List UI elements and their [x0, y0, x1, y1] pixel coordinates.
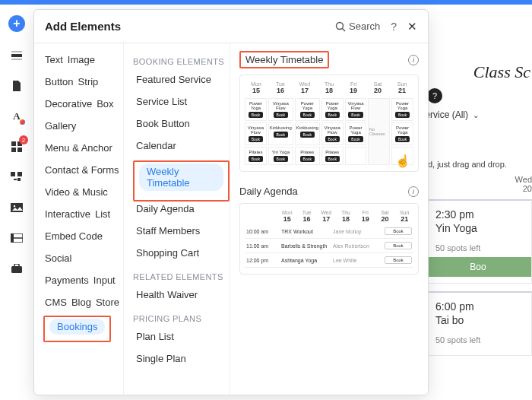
layout-tool-icon[interactable]	[10, 170, 24, 184]
book-button[interactable]: Boo	[425, 257, 531, 277]
agenda-book-button[interactable]: Book	[385, 256, 412, 264]
info-icon[interactable]: i	[408, 55, 419, 65]
element-item[interactable]: Single Plan	[133, 351, 230, 366]
category-item[interactable]: Blog	[70, 294, 94, 311]
category-item[interactable]: Menu & Anchor	[43, 139, 116, 157]
weekly-timetable-preview[interactable]: MonTueWedThuFriSatSun 15161718192021 Pow…	[239, 75, 419, 172]
daily-agenda-preview[interactable]: Mon15Tue16Wed17Thu18Fri19Sat20Sun21 10:0…	[239, 203, 419, 275]
close-icon[interactable]: ✕	[407, 20, 417, 33]
book-mini-button[interactable]: Book	[300, 156, 315, 162]
book-mini-button[interactable]: Book	[300, 132, 315, 138]
add-button[interactable]: +	[8, 15, 25, 32]
category-item[interactable]: Contact & Forms	[43, 161, 122, 179]
element-item[interactable]: Book Button	[133, 116, 230, 131]
class-slot[interactable]: 6:00 pm Tai bo 50 spots left	[424, 291, 532, 356]
help-icon[interactable]: ?	[427, 88, 442, 103]
timetable-cell[interactable]: KickboxingBook	[268, 122, 293, 145]
data-icon[interactable]	[10, 231, 24, 245]
book-mini-button[interactable]: Book	[348, 112, 363, 118]
book-mini-button[interactable]: Book	[300, 112, 315, 118]
element-item[interactable]: Daily Agenda	[133, 202, 230, 216]
svg-rect-11	[11, 203, 23, 212]
help-icon[interactable]: ?	[391, 21, 397, 33]
book-mini-button[interactable]: Book	[274, 112, 288, 118]
book-mini-button[interactable]: Book	[395, 112, 410, 118]
timetable-cell[interactable]: Vinyasa FlowBook	[321, 122, 344, 145]
category-item[interactable]: Image	[66, 51, 98, 68]
business-icon[interactable]	[10, 262, 24, 275]
timetable-cell[interactable]	[345, 147, 367, 165]
date-header: 16	[269, 87, 292, 94]
text-style-icon[interactable]: A	[10, 110, 24, 123]
agenda-book-button[interactable]: Book	[385, 242, 412, 249]
category-item[interactable]: Input	[92, 271, 119, 289]
book-mini-button[interactable]: Book	[325, 156, 340, 162]
element-item[interactable]: Service List	[133, 94, 230, 109]
timetable-cell[interactable]: Power YogaBook	[391, 98, 413, 121]
category-item[interactable]: Interactive	[43, 205, 93, 223]
element-item[interactable]: Staff Members	[133, 224, 230, 238]
day-header: Wed	[293, 81, 316, 87]
category-item[interactable]: CMS	[43, 294, 70, 311]
category-item[interactable]: Store	[94, 294, 122, 311]
element-item[interactable]: Calendar	[133, 138, 230, 153]
timetable-cell[interactable]: PilatesBook	[321, 147, 344, 165]
category-item[interactable]: Gallery	[43, 117, 79, 135]
agenda-book-button[interactable]: Book	[385, 227, 412, 235]
timetable-cell[interactable]: Yin YogaBook	[268, 147, 293, 165]
chevron-down-icon[interactable]: ⌄	[473, 111, 479, 119]
date-header: 15	[245, 87, 268, 94]
book-mini-button[interactable]: Book	[249, 112, 263, 118]
book-mini-button[interactable]: Book	[348, 136, 363, 142]
section-icon[interactable]	[10, 49, 24, 62]
section-head-booking: BOOKING ELEMENTS	[133, 57, 230, 66]
preview-title-daily: Daily Agenda	[239, 186, 298, 197]
book-mini-button[interactable]: Book	[274, 156, 288, 162]
category-item[interactable]: Text	[43, 51, 66, 68]
timetable-cell[interactable]: Vinyasa FlowBook	[345, 98, 367, 121]
category-item[interactable]: Embed Code	[43, 227, 106, 245]
book-mini-button[interactable]: Book	[274, 132, 288, 138]
timetable-cell[interactable]: Vinyasa FlowBook	[268, 98, 293, 121]
timetable-cell[interactable]: PilatesBook	[295, 147, 320, 165]
category-item[interactable]: Payments	[43, 271, 92, 289]
agenda-row[interactable]: 12:00 pmAshtanga YogaLee WhiteBook	[245, 253, 413, 268]
category-item[interactable]: List	[93, 205, 113, 223]
info-icon[interactable]: i	[408, 186, 419, 197]
category-item[interactable]: Box	[95, 95, 116, 113]
svg-rect-3	[11, 141, 16, 146]
category-item[interactable]: Video & Music	[43, 183, 111, 201]
preview-column: Weekly Timetable i MonTueWedThuFriSatSun…	[230, 43, 428, 395]
page-icon[interactable]	[10, 79, 24, 93]
agenda-row[interactable]: 10:00 amTRX WorkoutJane MolloyBook	[245, 224, 413, 239]
element-item[interactable]: Shopping Cart	[133, 246, 230, 260]
agenda-row[interactable]: 11:00 amBarbells & StrengthAlex Robertso…	[245, 239, 413, 253]
timetable-cell[interactable]: Power YogaBook	[321, 98, 344, 121]
book-mini-button[interactable]: Book	[249, 156, 263, 162]
timetable-cell[interactable]: Power YogaBook	[345, 122, 367, 145]
category-item[interactable]: Button	[43, 73, 77, 90]
book-mini-button[interactable]: Book	[395, 136, 410, 142]
class-slot[interactable]: 2:30 pm Yin Yoga 50 spots left Boo	[424, 199, 532, 284]
category-item[interactable]: Strip	[77, 73, 102, 90]
element-item[interactable]: Featured Service	[133, 72, 230, 87]
timetable-cell[interactable]: PilatesBook	[245, 147, 267, 165]
category-item[interactable]: Social	[43, 249, 74, 267]
timetable-cell[interactable]: Vinyasa FlowBook	[245, 122, 267, 145]
element-item[interactable]: Weekly Timetable	[133, 160, 230, 202]
day-header: Mon	[245, 81, 268, 87]
element-item[interactable]: Health Waiver	[133, 287, 230, 302]
timetable-cell[interactable]: Power YogaBook	[245, 98, 267, 121]
book-mini-button[interactable]: Book	[325, 112, 340, 118]
timetable-cell[interactable]: Power YogaBook	[295, 98, 320, 121]
timetable-cell[interactable]: KickboxingBook	[295, 122, 320, 145]
category-item[interactable]: Decorative	[43, 95, 95, 113]
element-item[interactable]: Plan List	[133, 329, 230, 344]
book-mini-button[interactable]: Book	[249, 136, 263, 142]
book-mini-button[interactable]: Book	[325, 136, 340, 142]
apps-icon[interactable]: 2	[10, 140, 24, 154]
category-item[interactable]: Bookings	[43, 316, 123, 342]
media-icon[interactable]	[10, 201, 24, 214]
timetable-cell[interactable]: Power YogaBook	[391, 122, 413, 145]
search-button[interactable]: Search	[335, 21, 380, 32]
